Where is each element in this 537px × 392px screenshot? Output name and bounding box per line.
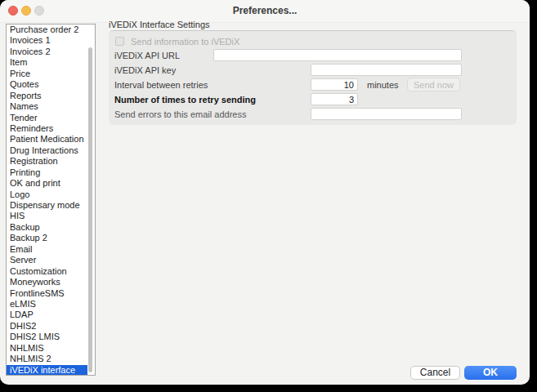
sidebar-items: Purchase order 2Invoices 1Invoices 2Item… [7,24,95,376]
window-controls [8,6,44,16]
minimize-window-icon[interactable] [21,6,31,16]
retry-count-row: Number of times to retry sending [114,93,511,106]
sidebar-item[interactable]: HIS [7,211,95,221]
sidebar-item[interactable]: Drug Interactions [7,145,95,156]
sidebar-item[interactable]: Backup [7,222,95,233]
sidebar-item[interactable]: Patient Medication [7,134,95,145]
send-info-row: Send information to iVEDiX [114,35,511,48]
sidebar-item[interactable]: iVEDiX interface [7,365,87,376]
send-info-checkbox-label: Send information to iVEDiX [131,37,239,47]
retry-interval-unit-label: minutes [367,80,399,90]
sidebar-item[interactable]: Reminders [7,123,95,134]
send-info-checkbox[interactable] [115,37,124,46]
sidebar-item[interactable]: FrontlineSMS [7,288,95,299]
sidebar-item[interactable]: LDAP [7,310,95,320]
sidebar-item[interactable]: Server [7,255,95,265]
api-key-label: iVEDiX API key [114,65,176,75]
ok-button[interactable]: OK [464,366,517,380]
titlebar: Preferences... [0,0,530,23]
sidebar-item[interactable]: Invoices 2 [7,47,95,57]
retry-count-input[interactable] [311,93,358,105]
ivedix-api-key-input[interactable] [311,64,462,76]
error-email-row: Send errors to this email address [114,108,511,121]
sidebar-item[interactable]: OK and print [7,178,95,189]
sidebar-item[interactable]: Customization [7,266,95,277]
retry-interval-input[interactable] [311,78,358,91]
sidebar-item[interactable]: Backup 2 [7,233,95,243]
sidebar-item[interactable]: Logo [7,189,95,200]
panel-heading: iVEDiX Interface Settings [109,20,210,29]
sidebar-item[interactable]: Price [7,69,95,79]
preferences-category-list: Purchase order 2Invoices 1Invoices 2Item… [6,24,96,376]
sidebar-item[interactable]: NHLMIS 2 [7,354,95,364]
retry-interval-row: Interval between retries minutes Send no… [114,78,511,91]
sidebar-item[interactable]: DHIS2 LMIS [7,332,95,342]
sidebar-item[interactable]: NHLMIS [7,343,95,354]
preferences-window: Preferences... Purchase order 2Invoices … [0,0,530,385]
cancel-button[interactable]: Cancel [410,366,460,380]
error-email-input[interactable] [311,108,462,120]
sidebar-item[interactable]: Registration [7,156,95,167]
sidebar-item[interactable]: Email [7,244,95,255]
close-window-icon[interactable] [8,6,18,16]
sidebar-item[interactable]: Invoices 1 [7,35,95,46]
retry-interval-label: Interval between retries [114,80,208,90]
api-url-row: iVEDiX API URL [114,49,511,62]
retry-count-label: Number of times to retry sending [114,95,256,105]
zoom-window-icon [34,6,44,16]
api-key-row: iVEDiX API key [114,64,511,77]
sidebar-item[interactable]: eLMIS [7,299,95,310]
sidebar-item[interactable]: Dispensary mode [7,200,95,211]
ivedix-api-url-input[interactable] [213,49,462,61]
sidebar-item[interactable]: Printing [7,167,95,178]
sidebar-item[interactable]: Tender [7,113,95,123]
send-now-button[interactable]: Send now [407,78,460,91]
sidebar-item[interactable]: Purchase order 2 [7,24,95,35]
error-email-label: Send errors to this email address [114,109,246,119]
ivedix-settings-groupbox: Send information to iVEDiX iVEDiX API UR… [109,30,517,125]
sidebar-item[interactable]: DHIS2 [7,321,95,332]
sidebar-item[interactable]: Item [7,57,95,68]
sidebar-item[interactable]: Quotes [7,79,95,90]
sidebar-scrollbar-thumb[interactable] [88,47,92,372]
window-title: Preferences... [0,0,530,22]
sidebar-item[interactable]: Moneyworks [7,277,95,287]
sidebar-item[interactable]: Reports [7,91,95,101]
sidebar-item[interactable]: Names [7,101,95,112]
api-url-label: iVEDiX API URL [114,51,180,60]
